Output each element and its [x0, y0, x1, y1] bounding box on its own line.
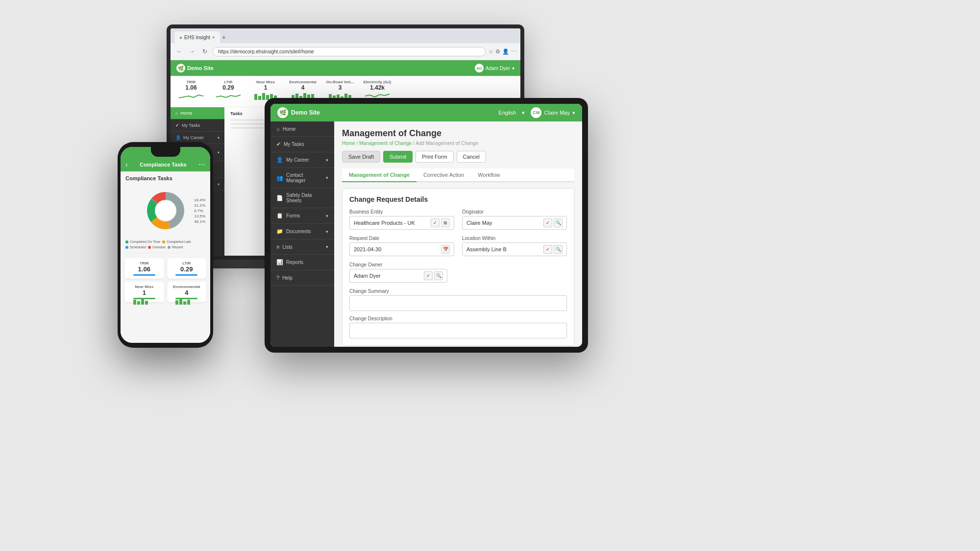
extensions-icon[interactable]: ⚙: [495, 48, 500, 55]
donut-label-4: 46.1%: [194, 219, 205, 224]
address-bar[interactable]: https://democorp.ehsinsight.com/site#/ho…: [213, 47, 486, 56]
phone-notch: [151, 147, 180, 157]
phone-stat-ltir-value: 0.29: [171, 265, 203, 273]
originator-search-icon[interactable]: 🔍: [554, 218, 563, 227]
request-date-value: 2021-04-30: [354, 246, 381, 252]
print-form-button[interactable]: Print Form: [416, 151, 453, 163]
breadcrumb-moc[interactable]: Management of Change: [359, 141, 412, 146]
section-title: Change Request Details: [349, 195, 567, 203]
tablet-user-chevron: ▾: [572, 110, 575, 116]
phone-stat-near-miss-value: 1: [128, 289, 160, 296]
forms-chevron: ▾: [218, 182, 220, 187]
tablet-sds-label: Safety Data Sheets: [286, 192, 328, 203]
change-owner-input[interactable]: Adam Dyer ✓ 🔍: [349, 269, 447, 283]
tablet-sidebar-contact[interactable]: 👥 Contact Manager ▾: [270, 168, 334, 188]
tasks-icon: ✔: [175, 123, 179, 128]
tablet-sidebar-lists[interactable]: ≡ Lists ▾: [270, 240, 334, 255]
tab-workflow[interactable]: Workflow: [471, 168, 507, 182]
menu-icon[interactable]: ⋯: [511, 48, 516, 55]
browser-chrome: ● EHS Insight × + ← → ↻ https://democorp…: [171, 28, 520, 60]
originator-input[interactable]: Claire May ✓ 🔍: [462, 216, 567, 230]
business-entity-input[interactable]: Healthcare Products - UK ✓ ⊞: [349, 216, 454, 230]
calendar-icon[interactable]: 📅: [441, 245, 450, 254]
field-placeholder: [462, 262, 567, 283]
breadcrumb-home[interactable]: Home: [342, 141, 355, 146]
change-owner-icons: ✓ 🔍: [424, 271, 443, 280]
location-within-value: Assembly Line B: [466, 246, 507, 252]
profile-icon[interactable]: 👤: [502, 48, 509, 55]
phone-menu-icon[interactable]: ⋯: [198, 161, 205, 168]
tablet-sidebar-reports[interactable]: 📊 Reports: [270, 255, 334, 270]
request-date-input[interactable]: 2021-04-30 📅: [349, 242, 454, 256]
stat-ltir-value: 0.29: [214, 84, 243, 91]
career-icon: 👤: [175, 135, 181, 140]
phone-stat-trir-label: TRIR: [128, 261, 160, 265]
refresh-button[interactable]: ↻: [200, 48, 210, 55]
tablet-sidebar-tasks[interactable]: ✔ My Tasks: [270, 137, 334, 152]
save-draft-button[interactable]: Save Draft: [342, 151, 380, 163]
tablet-sidebar-career[interactable]: 👤 My Career ▾: [270, 152, 334, 168]
tablet-language[interactable]: English: [498, 110, 516, 116]
tablet-lists-chevron: ▾: [326, 244, 328, 249]
phone-stat-environmental-value: 4: [171, 289, 203, 296]
new-tab-button[interactable]: +: [222, 33, 226, 41]
tablet-sidebar-help[interactable]: ? Help: [270, 270, 334, 286]
bookmark-icon[interactable]: ☆: [489, 48, 493, 55]
phone-device: ‹ Compliance Tasks ⋯ Compliance Tasks: [118, 142, 213, 348]
forward-button[interactable]: →: [187, 48, 197, 55]
stat-trir-chart: [179, 92, 203, 100]
laptop-user-name: Adam Dyer: [486, 66, 510, 71]
tablet-forms-label: Forms: [286, 213, 300, 218]
business-entity-check-icon[interactable]: ✓: [431, 218, 440, 227]
tablet-sidebar-documents[interactable]: 📁 Documents ▾: [270, 224, 334, 240]
svg-rect-24: [137, 301, 140, 305]
svg-rect-1: [258, 96, 261, 100]
change-description-label: Change Description: [349, 316, 567, 321]
stat-ltir: LTIR 0.29: [214, 80, 243, 103]
phone-app-header: ‹ Compliance Tasks ⋯: [121, 161, 210, 171]
business-entity-search-icon[interactable]: ⊞: [441, 218, 450, 227]
originator-check-icon[interactable]: ✓: [543, 218, 552, 227]
tab-close-button[interactable]: ×: [212, 35, 215, 40]
tablet-user-avatar: CM: [531, 107, 541, 118]
tablet-sidebar-home[interactable]: ⌂ Home: [270, 121, 334, 137]
phone-back-button[interactable]: ‹: [125, 161, 128, 168]
legend-label-overdue: Overdue: [152, 245, 166, 249]
cancel-button[interactable]: Cancel: [457, 151, 486, 163]
submit-button[interactable]: Submit: [383, 151, 413, 163]
tablet-sidebar-forms[interactable]: 📋 Forms ▾: [270, 208, 334, 224]
tablet-user[interactable]: CM Claire May ▾: [531, 107, 575, 118]
sidebar-item-my-tasks[interactable]: ✔ My Tasks: [171, 120, 224, 132]
business-entity-icons: ✓ ⊞: [431, 218, 450, 227]
browser-tab-ehs[interactable]: ● EHS Insight ×: [174, 31, 220, 43]
back-button[interactable]: ←: [174, 48, 184, 55]
legend-completed-late: Completed Late: [162, 240, 191, 243]
tablet-tasks-icon: ✔: [276, 141, 281, 147]
stat-trir-label: TRIR: [176, 80, 206, 84]
tab-corrective-action[interactable]: Corrective Action: [416, 168, 471, 182]
tablet-sidebar-sds[interactable]: 📄 Safety Data Sheets: [270, 188, 334, 208]
location-within-label: Location Within: [462, 236, 567, 241]
laptop-app-header: 🌿 Demo Site AD Adam Dyer ▾: [171, 60, 520, 76]
change-owner-check-icon[interactable]: ✓: [424, 271, 433, 280]
tablet-app-header: 🌿 Demo Site English ▾ CM Claire May ▾: [270, 104, 582, 121]
change-summary-input[interactable]: [349, 295, 567, 311]
stat-on-road-label: On-Road Veh...: [325, 80, 355, 84]
change-owner-search-icon[interactable]: 🔍: [434, 271, 443, 280]
field-location-within: Location Within Assembly Line B ✓ 🔍: [462, 236, 567, 256]
location-search-icon[interactable]: 🔍: [554, 245, 563, 254]
location-check-icon[interactable]: ✓: [543, 245, 552, 254]
field-change-summary: Change Summary: [349, 288, 567, 311]
location-within-input[interactable]: Assembly Line B ✓ 🔍: [462, 242, 567, 256]
change-description-input[interactable]: [349, 323, 567, 338]
tablet-main: Management of Change Home / Management o…: [334, 121, 582, 347]
tablet-lists-label: Lists: [282, 244, 293, 250]
legend-label-late: Completed Late: [167, 240, 191, 243]
tab-management-of-change[interactable]: Management of Change: [342, 168, 416, 182]
phone-stat-environmental: Environmental 4: [167, 282, 207, 302]
sidebar-item-home[interactable]: ⌂ Home: [171, 107, 224, 120]
laptop-user-info[interactable]: AD Adam Dyer ▾: [475, 64, 514, 72]
field-request-date: Request Date 2021-04-30 📅: [349, 236, 454, 256]
stat-ltir-label: LTIR: [214, 80, 243, 84]
tablet-lang-chevron: ▾: [522, 110, 525, 116]
